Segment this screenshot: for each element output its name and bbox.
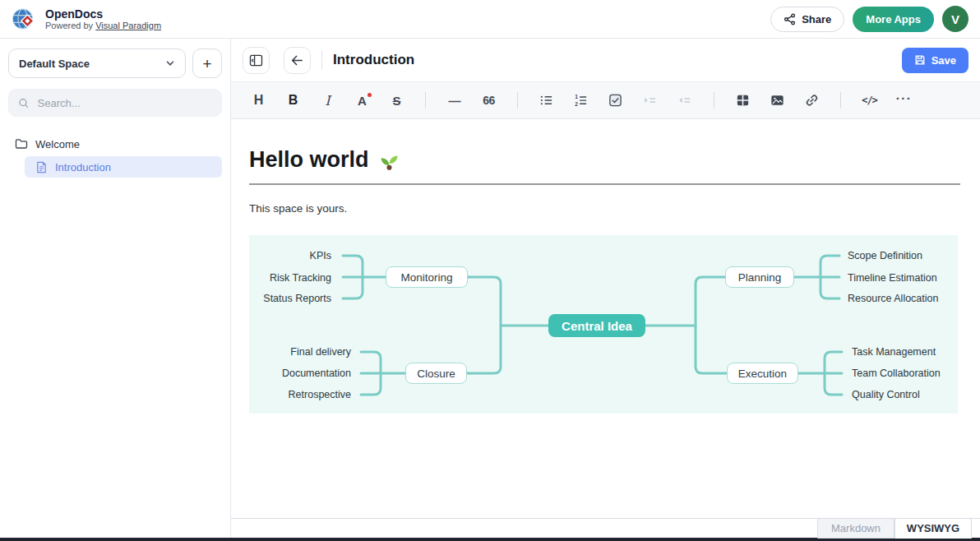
- formatting-toolbar: H B I A S — 66 1 2: [231, 81, 980, 119]
- table-icon: [736, 93, 750, 108]
- svg-text:2: 2: [575, 101, 578, 107]
- indent-icon: [643, 93, 657, 108]
- document-tree: Welcome Introduction: [8, 133, 222, 178]
- code-button[interactable]: </>: [858, 89, 881, 113]
- mindmap-leaf-timeline-estimation[interactable]: Timeline Estimation: [848, 271, 937, 284]
- tree-item-label: Welcome: [35, 138, 80, 150]
- toolbar-divider: [714, 92, 714, 109]
- mindmap-node-monitoring[interactable]: Monitoring: [386, 266, 468, 288]
- seedling-emoji: [378, 149, 400, 171]
- horizontal-rule-button[interactable]: —: [442, 89, 466, 113]
- heading-text: Hello world: [249, 147, 369, 173]
- opendocs-logo-icon: [12, 7, 37, 32]
- back-button[interactable]: [284, 47, 311, 74]
- mindmap-node-execution[interactable]: Execution: [727, 363, 798, 384]
- toolbar-divider: [840, 92, 841, 109]
- visual-paradigm-link[interactable]: Visual Paradigm: [95, 21, 161, 30]
- search-box[interactable]: [8, 89, 222, 117]
- space-selector-label: Default Space: [19, 58, 90, 70]
- powered-by-text: Powered by: [45, 21, 93, 30]
- share-icon: [784, 13, 796, 25]
- document-paragraph: This space is yours.: [249, 202, 960, 215]
- mindmap-leaf-kpis[interactable]: KPIs: [310, 249, 331, 262]
- tab-markdown[interactable]: Markdown: [817, 518, 894, 539]
- add-space-button[interactable]: +: [192, 49, 222, 78]
- outdent-button[interactable]: [673, 89, 696, 113]
- app-logo: OpenDocs Powered by Visual Paradigm: [12, 7, 161, 32]
- app-header: OpenDocs Powered by Visual Paradigm Shar…: [0, 0, 980, 39]
- mindmap-leaf-scope-definition[interactable]: Scope Definition: [848, 249, 922, 262]
- svg-text:1: 1: [575, 94, 578, 99]
- avatar[interactable]: V: [942, 6, 968, 32]
- link-icon: [805, 93, 819, 108]
- share-label: Share: [802, 13, 831, 25]
- ordered-list-button[interactable]: 1 2: [569, 89, 593, 113]
- sidebar: Default Space + Welcome: [0, 39, 231, 538]
- mindmap-leaf-team-collaboration[interactable]: Team Collaboration: [852, 367, 941, 380]
- mindmap-node-closure[interactable]: Closure: [405, 363, 467, 384]
- search-input[interactable]: [36, 96, 212, 110]
- page-title: Introduction: [333, 52, 414, 68]
- more-apps-button[interactable]: More Apps: [853, 7, 934, 32]
- image-button[interactable]: [765, 89, 789, 113]
- heading-separator: [249, 183, 960, 185]
- search-icon: [18, 97, 30, 109]
- image-icon: [770, 93, 784, 108]
- sidebar-toggle-button[interactable]: [243, 47, 270, 74]
- table-button[interactable]: [731, 89, 755, 113]
- titlebar: Introduction Save: [231, 39, 980, 81]
- mindmap-central-node[interactable]: Central Idea: [548, 314, 645, 337]
- tree-item-welcome[interactable]: Welcome: [8, 133, 222, 155]
- mindmap-leaf-quality-control[interactable]: Quality Control: [852, 388, 920, 401]
- share-button[interactable]: Share: [770, 7, 844, 32]
- mindmap-leaf-retrospective[interactable]: Retrospective: [289, 388, 351, 401]
- ordered-list-icon: 1 2: [574, 93, 588, 108]
- italic-button[interactable]: I: [316, 89, 340, 113]
- document-heading: Hello world: [249, 147, 960, 173]
- folder-icon: [15, 137, 28, 150]
- mindmap-node-planning[interactable]: Planning: [725, 266, 794, 288]
- more-options-button[interactable]: ···: [892, 89, 916, 113]
- titlebar-divider: [321, 50, 322, 70]
- link-button[interactable]: [800, 89, 824, 113]
- tree-item-introduction[interactable]: Introduction: [25, 156, 222, 178]
- mindmap-leaf-final-delivery[interactable]: Final delivery: [290, 345, 351, 358]
- checkbox-icon: [608, 93, 622, 108]
- mindmap-leaf-status-reports[interactable]: Status Reports: [263, 292, 331, 305]
- chevron-down-icon: [165, 58, 175, 68]
- mindmap-leaf-resource-allocation[interactable]: Resource Allocation: [848, 292, 938, 305]
- bullet-list-button[interactable]: [534, 89, 558, 113]
- strikethrough-button[interactable]: S: [385, 89, 409, 113]
- mindmap-leaf-risk-tracking[interactable]: Risk Tracking: [270, 271, 331, 284]
- tab-wysiwyg[interactable]: WYSIWYG: [894, 518, 972, 539]
- tree-item-label: Introduction: [55, 161, 111, 173]
- toolbar-divider: [517, 92, 518, 109]
- save-label: Save: [931, 54, 956, 67]
- task-list-button[interactable]: [603, 89, 627, 113]
- font-color-button[interactable]: A: [350, 89, 374, 113]
- powered-by: Powered by Visual Paradigm: [45, 21, 161, 31]
- blockquote-button[interactable]: 66: [477, 89, 501, 113]
- document-icon: [35, 161, 48, 173]
- mindmap-leaf-task-management[interactable]: Task Management: [852, 345, 936, 358]
- save-button[interactable]: Save: [902, 48, 968, 73]
- bold-button[interactable]: B: [281, 89, 305, 113]
- heading-button[interactable]: H: [247, 89, 270, 113]
- mindmap-leaf-documentation[interactable]: Documentation: [282, 367, 351, 380]
- toolbar-divider: [425, 92, 426, 109]
- mindmap-diagram[interactable]: Central Idea Monitoring Planning Closure…: [249, 235, 958, 414]
- arrow-left-icon: [290, 53, 304, 67]
- save-icon: [914, 54, 926, 66]
- space-selector[interactable]: Default Space: [8, 49, 186, 78]
- outdent-icon: [677, 93, 691, 108]
- bullet-list-icon: [539, 93, 553, 108]
- indent-button[interactable]: [638, 89, 662, 113]
- editor-footer: Markdown WYSIWYG: [231, 518, 980, 538]
- document-canvas[interactable]: Hello world This space is yours.: [231, 119, 980, 518]
- app-name: OpenDocs: [45, 7, 161, 21]
- panel-left-icon: [249, 53, 263, 67]
